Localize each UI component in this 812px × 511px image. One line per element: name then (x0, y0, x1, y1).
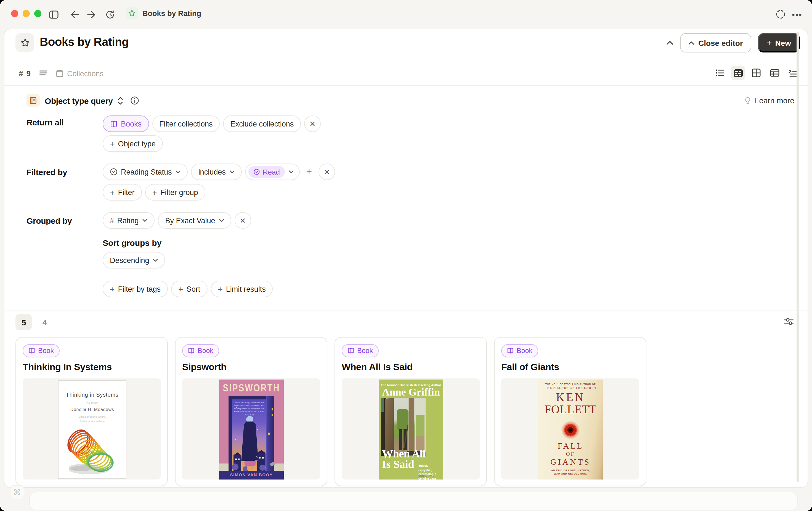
close-icon: ✕ (310, 119, 316, 128)
forward-icon[interactable] (85, 8, 97, 21)
book-cover: SIPSWORTH 'Simon Van Booy's characters a… (219, 379, 284, 480)
chevron-down-icon (219, 219, 224, 222)
filter-value-chip[interactable]: Read (245, 163, 300, 180)
book-cover: Thinking in Systems A Primer Donella H. … (58, 380, 126, 479)
learn-more-link[interactable]: Learn more (744, 96, 794, 105)
filter-operator-chip[interactable]: includes (191, 163, 242, 180)
object-count[interactable]: # 9 (19, 69, 31, 78)
next-section-peek (29, 492, 798, 510)
sync-status-icon[interactable] (775, 8, 787, 21)
collection-icon (56, 70, 63, 77)
plus-icon: + (110, 284, 115, 294)
add-filter-button[interactable]: + Filter (103, 184, 142, 200)
traffic-light-zoom[interactable] (34, 10, 41, 17)
sort-groups-label: Sort groups by (103, 238, 162, 247)
new-object-button[interactable]: + New (758, 33, 800, 52)
close-icon: ✕ (240, 216, 246, 224)
limit-results-button[interactable]: + Limit results (211, 280, 273, 297)
book-icon (507, 348, 514, 354)
shortcuts-button[interactable]: ⌘ (10, 485, 24, 500)
filter-by-tags-button[interactable]: + Filter by tags (103, 280, 168, 297)
chevron-down-icon (143, 219, 148, 222)
cover-area: Thinking in Systems A Primer Donella H. … (23, 378, 161, 480)
book-card-when-all-is-said[interactable]: Book When All Is Said The Number One Iri… (335, 337, 487, 486)
chevron-down-icon (176, 170, 181, 173)
group-field-chip[interactable]: # Rating (103, 212, 155, 229)
plus-icon: + (178, 284, 183, 294)
type-badge[interactable]: Book (23, 344, 59, 357)
type-badge[interactable]: Book (182, 344, 219, 357)
grouped-by-label: Grouped by (27, 216, 72, 225)
filter-collections-button[interactable]: Filter collections (152, 115, 220, 132)
close-editor-button[interactable]: Close editor (680, 33, 751, 52)
plus-icon: + (218, 284, 223, 294)
sort-direction-chip[interactable]: Descending (103, 252, 165, 268)
traffic-light-close[interactable] (11, 10, 18, 17)
book-cover: The Number One Irish Bestselling Author … (379, 379, 443, 480)
open-tab[interactable]: Books by Rating (126, 7, 201, 19)
add-filter-value-icon[interactable]: + (303, 163, 315, 180)
remove-filter-button[interactable]: ✕ (319, 163, 335, 180)
type-badge[interactable]: Book (501, 344, 538, 357)
close-icon: ✕ (324, 168, 330, 176)
traffic-light-minimize[interactable] (23, 10, 30, 17)
cover-area: SIPSWORTH 'Simon Van Booy's characters a… (182, 378, 320, 480)
check-circle-icon (253, 168, 260, 175)
group-tab-4[interactable]: 4 (38, 314, 51, 330)
chevron-up-icon (688, 41, 694, 45)
view-grid-icon[interactable] (749, 66, 763, 80)
hash-icon: # (19, 69, 23, 78)
card-title: Fall of Giants (501, 362, 559, 373)
add-sort-button[interactable]: + Sort (171, 280, 207, 297)
book-icon (28, 348, 35, 354)
back-icon[interactable] (68, 8, 81, 21)
hash-icon: # (110, 216, 114, 224)
more-menu-icon[interactable]: ••• (791, 8, 803, 21)
chevron-down-icon (289, 170, 294, 173)
tab-title: Books by Rating (142, 9, 201, 18)
type-badge[interactable]: Book (342, 344, 378, 357)
view-gallery-icon[interactable] (731, 66, 745, 80)
view-settings-icon[interactable] (783, 317, 794, 326)
collapse-icon[interactable] (666, 40, 673, 45)
plus-icon: + (152, 188, 157, 197)
view-table-icon[interactable] (767, 66, 782, 80)
cover-area: THE NO. 1 BESTSELLING AUTHOR OF THE PILL… (501, 378, 639, 480)
view-list-icon[interactable] (713, 66, 727, 80)
book-card-thinking-in-systems[interactable]: Book Thinking In Systems Thinking in Sys… (16, 337, 168, 486)
cover-area: The Number One Irish Bestselling Author … (342, 378, 480, 480)
icon-picker-button[interactable] (16, 33, 34, 52)
history-icon[interactable] (104, 8, 116, 21)
plus-icon: + (767, 38, 772, 48)
info-icon[interactable] (130, 96, 139, 105)
book-icon (347, 348, 354, 354)
plus-icon: + (110, 139, 115, 148)
status-icon (110, 168, 118, 176)
collections-link[interactable]: Collections (56, 69, 104, 78)
object-type-query-icon (27, 94, 40, 107)
scrollbar[interactable] (796, 32, 799, 482)
exclude-collections-button[interactable]: Exclude collections (223, 115, 301, 132)
app-window: Books by Rating ••• Books by Rating Clos… (0, 0, 812, 511)
object-type-chip-books[interactable]: Books (103, 115, 149, 132)
add-filter-group-button[interactable]: + Filter group (145, 184, 205, 200)
add-object-type-button[interactable]: + Object type (103, 135, 163, 152)
card-title: Sipsworth (182, 362, 227, 373)
command-icon: ⌘ (13, 488, 21, 496)
remove-group-button[interactable]: ✕ (235, 212, 251, 229)
filter-field-chip[interactable]: Reading Status (103, 163, 188, 180)
status-value-read: Read (249, 166, 285, 178)
chevron-down-icon (230, 170, 235, 173)
group-tab-5[interactable]: 5 (16, 314, 32, 330)
filtered-by-label: Filtered by (27, 167, 67, 177)
book-card-fall-of-giants[interactable]: Book Fall of Giants THE NO. 1 BESTSELLIN… (494, 337, 646, 486)
align-left-icon[interactable] (39, 70, 47, 77)
select-arrows-icon[interactable] (118, 97, 123, 105)
book-card-sipsworth[interactable]: Book Sipsworth SIPSWORTH 'Simon Van Booy… (175, 337, 327, 486)
query-type-selector[interactable]: Object type query (45, 96, 113, 105)
remove-return-all-button[interactable]: ✕ (304, 115, 321, 132)
book-cover: THE NO. 1 BESTSELLING AUTHOR OF THE PILL… (538, 379, 603, 480)
sidebar-toggle-icon[interactable] (48, 8, 60, 21)
group-method-chip[interactable]: By Exact Value (158, 212, 231, 229)
main-panel: Books by Rating Close editor + New # 9 (4, 29, 808, 488)
